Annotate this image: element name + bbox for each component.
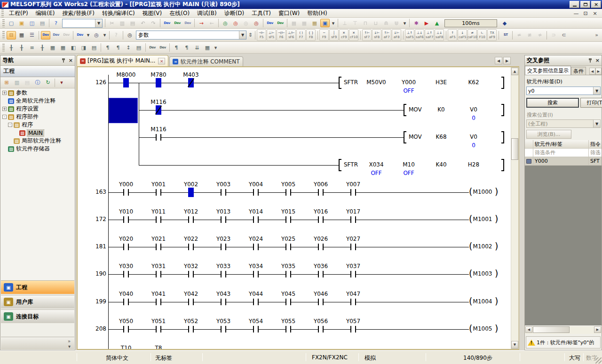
- combo-dropdown-icon[interactable]: ▼: [95, 19, 102, 27]
- device-batch-replace-icon[interactable]: Dev: [183, 19, 192, 27]
- scroll-left-icon[interactable]: ◀: [525, 326, 532, 333]
- edge-relay3-icon[interactable]: ≉: [535, 31, 545, 40]
- module-configuration-icon[interactable]: ▦: [17, 31, 26, 40]
- minimize-button[interactable]: [570, 1, 579, 8]
- watch-register-icon[interactable]: ⊓: [361, 19, 370, 27]
- tab-cross-reference-info[interactable]: 交叉参照信息显示: [525, 66, 571, 75]
- device-find-monitor-icon[interactable]: Dev: [173, 19, 182, 27]
- tree-item-程序设置[interactable]: +▧程序设置: [0, 105, 75, 113]
- tab-close-icon[interactable]: ×: [158, 58, 165, 64]
- toolbar-grip[interactable]: [2, 19, 5, 27]
- display-content-icon[interactable]: ▤: [134, 43, 143, 52]
- note-display-icon[interactable]: ⇊: [192, 43, 202, 52]
- watch-dropdown-icon[interactable]: ▾: [402, 19, 407, 27]
- child-minimize-button[interactable]: —: [573, 10, 579, 16]
- cross-reference-close-icon[interactable]: ×: [595, 58, 600, 63]
- menu-转换/编译C[interactable]: 转换/编译(C): [98, 8, 139, 18]
- tree-item-MAIN[interactable]: ▧MAIN: [0, 129, 75, 137]
- watch-delete-icon[interactable]: ⊔: [371, 19, 380, 27]
- ladder-editor[interactable]: 126M8000M780M403SFTRM50V0Y000OFFH3EK62M1…: [78, 67, 511, 349]
- statement-display-icon[interactable]: ¶: [182, 43, 191, 52]
- ladder-column-delete-icon[interactable]: ◨: [79, 43, 88, 52]
- scroll-right-icon[interactable]: ▶: [594, 326, 601, 333]
- ladder-delete-row-icon[interactable]: ╂: [17, 43, 26, 52]
- filter-device[interactable]: 筛选条件: [533, 149, 589, 157]
- view-button-用户库[interactable]: ▣用户库: [1, 295, 74, 309]
- filter-instruction[interactable]: 筛选: [589, 149, 602, 157]
- result-instruction[interactable]: SFT: [589, 157, 602, 165]
- program-list-icon[interactable]: ☰: [27, 31, 37, 40]
- filter-cell[interactable]: [525, 149, 533, 157]
- scroll-down-icon[interactable]: ▼: [511, 341, 518, 348]
- tree-item-软元件存储器[interactable]: ▧软元件存储器: [0, 145, 75, 153]
- sampling-trace-icon[interactable]: ◆: [500, 19, 509, 27]
- collapse-icon[interactable]: -: [2, 115, 7, 119]
- save-project-icon[interactable]: ◫: [27, 19, 37, 27]
- ladder-symbol-F7-button[interactable]: ( )F7: [296, 29, 306, 41]
- replace-next-icon[interactable]: ◎: [241, 19, 251, 27]
- open-project-icon[interactable]: ▣: [17, 19, 26, 27]
- ladder-symbol-F9-button[interactable]: ─F9: [319, 29, 329, 41]
- cross-reference-jump-icon[interactable]: →: [197, 19, 206, 27]
- tree-item-参数[interactable]: +▧参数: [0, 89, 75, 97]
- list-display-icon[interactable]: ▦: [203, 43, 212, 52]
- close-button[interactable]: ×: [591, 1, 601, 8]
- coil-label[interactable]: M1004: [467, 298, 498, 305]
- toolbar-overflow-icon[interactable]: »: [594, 31, 599, 40]
- print-button[interactable]: 打印(T: [580, 98, 602, 108]
- ladder-list-icon[interactable]: ▤: [89, 43, 99, 52]
- simulation-start-icon[interactable]: ▶: [422, 19, 431, 27]
- window-arrange-icon[interactable]: ▦: [310, 19, 319, 27]
- cut-icon[interactable]: ✂: [107, 19, 117, 27]
- resize-grip-icon[interactable]: [595, 357, 602, 364]
- copy-icon[interactable]: ▥: [118, 19, 127, 27]
- coil-label[interactable]: M1002: [467, 243, 498, 250]
- combo-dropdown-icon[interactable]: ▼: [239, 31, 246, 39]
- navigation-window-icon[interactable]: ⊟: [7, 31, 16, 40]
- ladder-delete-line-icon[interactable]: ╂: [38, 43, 47, 52]
- device-combo[interactable]: y0 ▼: [526, 87, 601, 95]
- modify-value-icon[interactable]: ✱: [412, 19, 421, 27]
- find-next-icon[interactable]: ◎: [221, 19, 230, 27]
- toolbar-updown-icon[interactable]: ⇕: [248, 31, 253, 40]
- ladder-block-insert-icon[interactable]: ▦: [48, 43, 57, 52]
- watch-on-icon[interactable]: ⋒: [381, 19, 391, 27]
- device-comment-icon[interactable]: Dev: [41, 31, 50, 40]
- expand-icon[interactable]: +: [2, 91, 7, 95]
- tree-item-程序部件[interactable]: -▧程序部件: [0, 113, 75, 121]
- column-header-instruction[interactable]: 指令: [589, 140, 602, 148]
- editor-tab[interactable]: ≡[PRG]监视 执行中 MAIN...×: [77, 55, 168, 66]
- nav-refresh-icon[interactable]: ↻: [43, 79, 53, 87]
- ladder-symbol-saF7-button[interactable]: ⊥↑saF7: [425, 29, 434, 41]
- redo-icon[interactable]: ↷: [149, 19, 158, 27]
- context-help-icon[interactable]: ?: [111, 31, 121, 40]
- menubar-grip[interactable]: [1, 9, 4, 17]
- nav-new-data-icon[interactable]: ⊞: [2, 79, 11, 87]
- statement-edit-icon[interactable]: ¶: [113, 43, 123, 52]
- menu-帮助H[interactable]: 帮助(H): [303, 8, 331, 18]
- ladder-symbol-cF10-button[interactable]: ✕cF10: [349, 29, 358, 41]
- ladder-symbol-F10-button[interactable]: ∟F10: [477, 29, 487, 41]
- device-search-dropdown-icon[interactable]: ▾: [102, 31, 107, 40]
- collapse-icon[interactable]: -: [8, 123, 12, 127]
- tree-item-程序[interactable]: -▧程序: [0, 121, 75, 129]
- ladder-block-delete-icon[interactable]: ▦: [58, 43, 68, 52]
- toolbar-grip[interactable]: [2, 31, 5, 39]
- chevron-right-icon[interactable]: »: [68, 339, 71, 344]
- tab-condition[interactable]: 条件: [571, 67, 586, 75]
- editor-tab[interactable]: ≡软元件注释 COMMENT: [169, 56, 243, 66]
- ladder-symbol-saF6-button[interactable]: ⊥↓saF6: [415, 29, 424, 41]
- device-comment-edit-icon[interactable]: Dev: [148, 43, 157, 52]
- window-cascade-icon[interactable]: ▦: [289, 19, 299, 27]
- coil-label[interactable]: M1000: [467, 189, 498, 195]
- chevron-down-icon[interactable]: ▾: [68, 344, 71, 349]
- tree-item-局部软元件注释[interactable]: ▧局部软元件注释: [0, 137, 75, 145]
- ladder-symbol-aF9-button[interactable]: TXaF9: [487, 29, 497, 41]
- device-display-off-icon[interactable]: Dev: [276, 19, 285, 27]
- help-icon[interactable]: ?: [51, 19, 61, 27]
- menu-编辑E[interactable]: 编辑(E): [32, 8, 59, 18]
- ladder-symbol-sF8-button[interactable]: ↓⊢sF8: [372, 29, 381, 41]
- ladder-symbol-F8-button[interactable]: { }F8: [306, 29, 316, 41]
- ladder-symbol-sF6-button[interactable]: ⊥/⊢sF6: [286, 29, 296, 41]
- tab-scroll-right-icon[interactable]: ▶: [503, 57, 511, 64]
